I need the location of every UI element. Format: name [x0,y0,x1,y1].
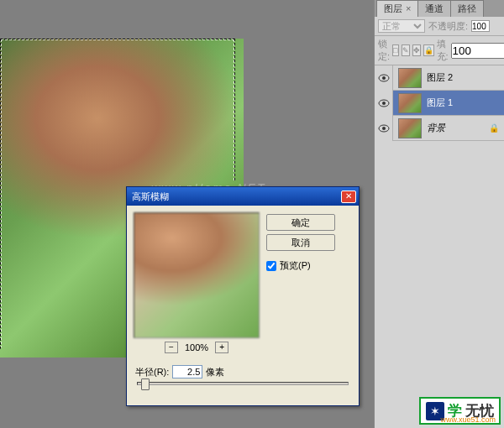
opacity-input[interactable] [471,20,490,32]
radius-slider[interactable] [137,382,349,385]
layer-thumbnail [398,68,422,88]
panel-tabs: 图层× 通道 路径 [375,0,504,17]
dialog-titlebar[interactable]: 高斯模糊 ✕ [127,187,359,206]
fill-input[interactable] [451,43,504,59]
blend-mode-select[interactable]: 正常 [378,19,425,33]
preview-checkbox[interactable] [266,261,276,271]
layer-thumbnail [398,118,422,138]
layer-thumbnail [398,93,422,113]
radius-label: 半径(R): [135,366,169,378]
zoom-level: 100% [185,342,208,352]
lock-icon: 🔒 [489,123,499,133]
svg-point-1 [382,76,386,80]
lock-all-icon[interactable]: 🔒 [423,44,434,56]
radius-input[interactable] [172,365,202,378]
cancel-button[interactable]: 取消 [266,234,335,251]
fill-label: 填充: [437,38,449,63]
layer-row[interactable]: 图层 1 [375,91,504,116]
lock-position-icon[interactable]: ✥ [412,44,421,56]
close-icon[interactable]: × [406,3,411,13]
visibility-toggle[interactable] [375,116,393,141]
brand-url: www.xue51.com [440,415,496,424]
tab-channels[interactable]: 通道 [417,0,451,17]
radius-unit: 像素 [206,366,224,378]
dialog-title-text: 高斯模糊 [132,187,169,206]
svg-point-5 [382,127,386,130]
tab-label: 图层 [384,3,402,13]
radius-slider-thumb[interactable] [141,378,150,390]
layer-row[interactable]: 背景 🔒 [375,116,504,141]
preview-label: 预览(P) [280,259,311,272]
layer-list: 图层 2 图层 1 背景 🔒 [375,65,504,141]
panels-dock: 图层× 通道 路径 正常 不透明度: 锁定: □ ✎ ✥ 🔒 填充: 图层 2 … [374,0,504,428]
layer-name: 图层 1 [427,97,504,109]
lock-label: 锁定: [378,38,390,63]
layer-name: 背景 [427,122,489,134]
zoom-in-button[interactable]: + [215,342,228,353]
gaussian-blur-dialog: 高斯模糊 ✕ − 100% + 确定 取消 预览(P) 半径(R): 像素 [126,186,360,406]
tab-layers[interactable]: 图层× [376,0,418,17]
lock-transparency-icon[interactable]: □ [392,44,398,56]
lock-paint-icon[interactable]: ✎ [402,44,410,56]
ok-button[interactable]: 确定 [266,214,335,231]
tab-paths[interactable]: 路径 [450,0,484,17]
preview-image[interactable] [134,212,260,338]
visibility-toggle[interactable] [375,65,393,91]
svg-point-3 [382,102,386,105]
opacity-label: 不透明度: [428,20,468,33]
brand-badge: ✶ 学 无忧 www.xue51.com [419,397,501,425]
layer-name: 图层 2 [427,71,504,84]
preview-checkbox-row[interactable]: 预览(P) [266,259,335,272]
close-icon[interactable]: ✕ [341,191,356,203]
zoom-out-button[interactable]: − [165,342,178,353]
visibility-toggle[interactable] [375,91,393,116]
layer-row[interactable]: 图层 2 [375,65,504,91]
